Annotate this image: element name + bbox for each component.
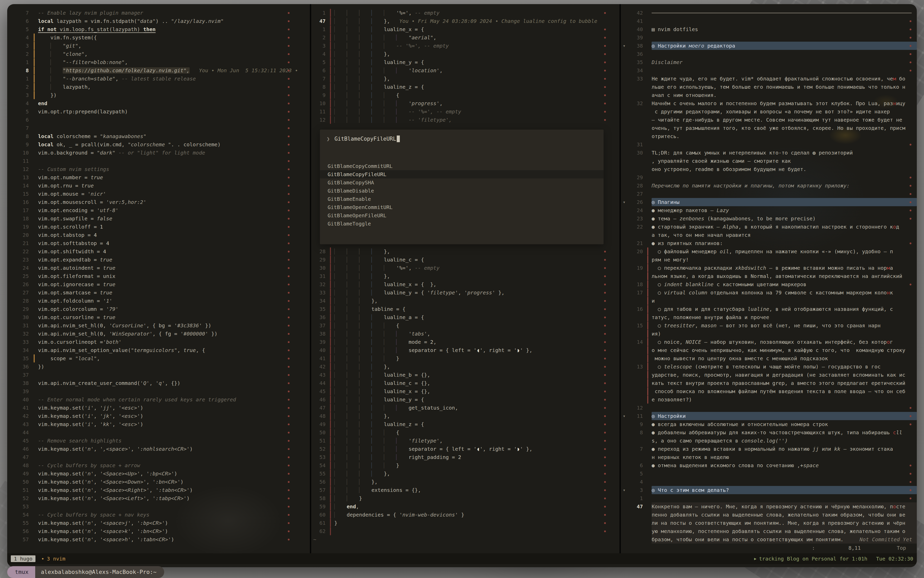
- sign-column: [646, 494, 652, 502]
- sign-column: [33, 519, 38, 527]
- fold-marker-icon[interactable]: [621, 371, 628, 379]
- fold-marker-icon[interactable]: [621, 354, 628, 362]
- fold-marker-icon[interactable]: [621, 107, 628, 116]
- fold-marker-icon[interactable]: ▾: [621, 412, 628, 420]
- fold-marker-icon[interactable]: [621, 280, 628, 289]
- fold-marker-icon[interactable]: [621, 124, 628, 132]
- command-item[interactable]: GitBlameEnable: [320, 195, 604, 203]
- fold-marker-icon[interactable]: [621, 67, 628, 75]
- fold-marker-icon[interactable]: [621, 289, 628, 297]
- pane-left[interactable]: 7-- Enable lazy nvim plugin manager6loca…: [7, 9, 310, 544]
- fold-marker-icon[interactable]: [621, 173, 628, 182]
- fold-marker-icon[interactable]: [621, 99, 628, 107]
- fold-marker-icon[interactable]: [621, 502, 628, 511]
- fold-marker-icon[interactable]: [621, 116, 628, 124]
- fold-marker-icon[interactable]: [621, 132, 628, 140]
- fold-marker-icon[interactable]: [621, 346, 628, 354]
- sign-column: [329, 346, 334, 354]
- command-item[interactable]: GitBlameCopyFileURL: [320, 170, 604, 179]
- fold-marker-icon[interactable]: [621, 469, 628, 478]
- fold-marker-icon[interactable]: [621, 527, 628, 535]
- command-item[interactable]: GitBlameCopyCommitURL: [320, 162, 604, 170]
- fold-marker-icon[interactable]: [621, 321, 628, 330]
- fold-marker-icon[interactable]: [621, 140, 628, 149]
- code-row: 4 vim.fn.system({: [7, 33, 310, 42]
- line-text: vim.opt.cursorline = true: [38, 313, 310, 321]
- fold-marker-icon[interactable]: [621, 379, 628, 387]
- line-text: ▏ ▏ ▏ ▏ lualine_y = {: [334, 395, 620, 404]
- fold-marker-icon[interactable]: [621, 231, 628, 239]
- command-input[interactable]: ❯GitBlameCopyFileURL: [320, 130, 604, 145]
- fold-marker-icon[interactable]: [621, 247, 628, 256]
- fold-marker-icon[interactable]: [621, 453, 628, 461]
- fold-marker-icon[interactable]: [621, 9, 628, 17]
- cmdline-popup[interactable]: ❯GitBlameCopyFileURLGitBlameCopyCommitUR…: [320, 130, 604, 244]
- fold-marker-icon[interactable]: [621, 437, 628, 445]
- command-item[interactable]: GitBlameDisable: [320, 187, 604, 195]
- fold-marker-icon[interactable]: [621, 75, 628, 83]
- git-sign: [330, 247, 331, 256]
- tmux-window-nvim[interactable]: 3 nvim: [47, 555, 65, 562]
- fold-marker-icon[interactable]: [621, 362, 628, 371]
- sign-column: [329, 50, 334, 58]
- fold-marker-icon[interactable]: [621, 182, 628, 190]
- fold-marker-icon[interactable]: [621, 91, 628, 99]
- fold-marker-icon[interactable]: [621, 190, 628, 198]
- fold-marker-icon[interactable]: [621, 214, 628, 222]
- fold-marker-icon[interactable]: [621, 157, 628, 165]
- fold-marker-icon[interactable]: [621, 387, 628, 395]
- fold-marker-icon[interactable]: [621, 256, 628, 264]
- fold-marker-icon[interactable]: [621, 33, 628, 42]
- fold-marker-icon[interactable]: [621, 165, 628, 173]
- sign-column: [33, 91, 38, 99]
- fold-marker-icon[interactable]: [621, 445, 628, 453]
- command-item[interactable]: GitBlameOpenFileURL: [320, 211, 604, 219]
- virt-column-dot: [288, 111, 290, 113]
- fold-marker-icon[interactable]: [621, 535, 628, 544]
- fold-marker-icon[interactable]: [621, 272, 628, 280]
- doc-row: ую меланхолию, постепенно добавлять ссыл…: [621, 527, 917, 535]
- fold-marker-icon[interactable]: [621, 420, 628, 429]
- fold-marker-icon[interactable]: [621, 313, 628, 321]
- fold-marker-icon[interactable]: [621, 50, 628, 58]
- fold-marker-icon[interactable]: ▾: [621, 42, 628, 50]
- tmux-window-hugo[interactable]: 1 hugo: [11, 555, 36, 562]
- pane-mid[interactable]: 1▏ ▏ ▏ ▏ ▏ '%=', -- empty47▏ ▏ ▏ ▏ }, Yo…: [311, 9, 620, 544]
- fold-marker-icon[interactable]: ▾: [621, 198, 628, 206]
- fold-marker-icon[interactable]: [621, 429, 628, 437]
- fold-marker-icon[interactable]: [621, 222, 628, 231]
- fold-marker-icon[interactable]: [621, 330, 628, 338]
- sign-column: [646, 453, 652, 461]
- line-text: vim.opt.autoindent = true: [38, 264, 310, 272]
- fold-marker-icon[interactable]: [621, 461, 628, 469]
- fold-marker-icon[interactable]: [621, 25, 628, 33]
- fold-marker-icon[interactable]: [621, 239, 628, 247]
- fold-marker-icon[interactable]: [621, 404, 628, 412]
- fold-marker-icon[interactable]: [621, 494, 628, 502]
- command-item[interactable]: GitBlameCopySHA: [320, 179, 604, 187]
- line-text: льном языке, а когда выходишь в Normal, …: [652, 272, 917, 280]
- cursor-position: 8,11: [848, 544, 861, 552]
- fold-marker-icon[interactable]: [621, 206, 628, 214]
- fold-marker-icon[interactable]: [621, 338, 628, 346]
- fold-marker-icon[interactable]: [621, 83, 628, 91]
- fold-marker-icon[interactable]: [621, 395, 628, 404]
- line-text: vim.opt.rtp:prepend(lazypath): [38, 107, 310, 116]
- command-item[interactable]: GitBlameOpenCommitURL: [320, 203, 604, 211]
- line-text: отритесь.: [652, 132, 917, 140]
- fold-marker-icon[interactable]: [621, 58, 628, 67]
- fold-marker-icon[interactable]: [621, 511, 628, 519]
- pane-right[interactable]: 424140▤ nvim dotfiles39▾38◎ Настройки мо…: [621, 9, 917, 544]
- fold-marker-icon[interactable]: [621, 17, 628, 25]
- command-item[interactable]: GitBlameToggle: [320, 219, 604, 228]
- fold-marker-icon[interactable]: [621, 297, 628, 305]
- line-text: ия): [652, 330, 917, 338]
- git-sign: [330, 420, 331, 429]
- fold-marker-icon[interactable]: [621, 264, 628, 272]
- fold-marker-icon[interactable]: [621, 478, 628, 486]
- fold-marker-icon[interactable]: [621, 519, 628, 527]
- fold-marker-icon[interactable]: ▾: [621, 486, 628, 494]
- fold-marker-icon[interactable]: [621, 149, 628, 157]
- line-number: [628, 107, 646, 116]
- fold-marker-icon[interactable]: [621, 305, 628, 313]
